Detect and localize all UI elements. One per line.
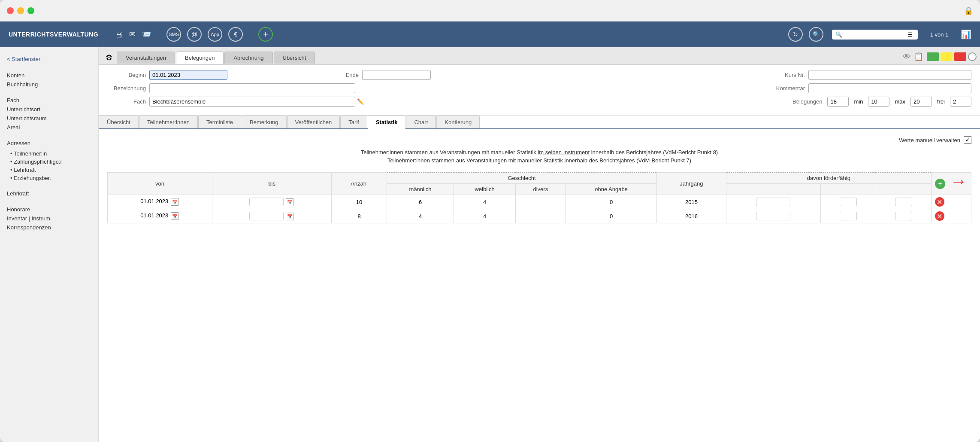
foerderfaehig-input-0[interactable] <box>756 198 790 206</box>
fach-row: ✏️ <box>149 97 364 107</box>
search-input[interactable] <box>845 31 905 38</box>
minimize-button[interactable] <box>17 7 24 14</box>
add-icon[interactable]: + <box>258 27 273 42</box>
bezeichnung-input[interactable] <box>149 83 355 93</box>
search-bar[interactable]: 🔍 ☰ <box>832 30 918 40</box>
th-weiblich: weiblich <box>454 184 515 195</box>
remove-row-button-0[interactable]: ✕ <box>935 197 944 207</box>
inner-tab-statistik[interactable]: Statistik <box>368 116 406 129</box>
tab-veranstaltungen[interactable]: Veranstaltungen <box>117 52 175 64</box>
pencil-icon[interactable]: ✏️ <box>357 98 364 105</box>
inner-tab-tarif[interactable]: Tarif <box>340 116 367 128</box>
kurs-nr-input[interactable] <box>808 70 971 80</box>
min-input[interactable] <box>868 97 889 107</box>
sidebar-item-unterrichtsraum[interactable]: Unterrichtsraum <box>7 114 91 123</box>
cell-remove-0[interactable]: ✕ <box>931 195 971 209</box>
sidebar-item-erziehungsber[interactable]: • Erziehungsber. <box>10 174 91 182</box>
stat-tbody: 01.01.2023 📅 📅 10 6 4 0 2015 ✕ 01.01.202… <box>108 195 971 223</box>
fullscreen-button[interactable] <box>27 7 34 14</box>
tab-uebersicht[interactable]: Übersicht <box>274 52 315 64</box>
status-circle <box>968 52 977 61</box>
table-row: 01.01.2023 📅 📅 8 4 4 0 2016 ✕ <box>108 209 971 223</box>
sidebar-item-adressen[interactable]: Adressen <box>7 139 91 148</box>
close-button[interactable] <box>7 7 14 14</box>
email-icon[interactable]: ✉ <box>129 30 136 39</box>
f2-input-0[interactable] <box>840 198 857 206</box>
euro-icon[interactable]: € <box>228 27 243 42</box>
th-geschlecht: Geschlecht <box>387 173 656 184</box>
at-icon[interactable]: @ <box>187 27 202 42</box>
inner-tab-chart[interactable]: Chart <box>406 116 436 128</box>
print-icon[interactable]: 🖨 <box>115 30 123 39</box>
max-input[interactable] <box>910 97 932 107</box>
tab-abrechnung[interactable]: Abrechnung <box>224 52 272 64</box>
cal-icon-bis-1[interactable]: 📅 <box>286 213 293 220</box>
settings-icon-wrap[interactable]: ⚙ <box>102 51 116 64</box>
cell-foerderfaehig-1 <box>726 209 820 223</box>
sidebar-item-lehrkraft[interactable]: Lehrkraft <box>7 189 91 198</box>
tab-belegungen[interactable]: Belegungen <box>176 52 224 64</box>
beginn-input[interactable] <box>149 70 227 80</box>
kommentar-input[interactable] <box>808 83 971 93</box>
sidebar-section-3: Adressen • Teilnehmer:in • Zahlungspflic… <box>7 139 91 182</box>
belegungen-input[interactable] <box>827 97 849 107</box>
stat-table-wrap: von bis Anzahl Geschlecht Jahrgang davon… <box>107 172 971 223</box>
f3-input-1[interactable] <box>895 212 912 220</box>
cal-icon-bis-0[interactable]: 📅 <box>286 198 293 206</box>
sms-icon[interactable]: SMS <box>166 27 181 42</box>
refresh-icon[interactable]: ↻ <box>788 27 803 42</box>
inner-tab-veroeffentlichen[interactable]: Veröffentlichen <box>287 116 340 128</box>
sidebar-item-fach[interactable]: Fach <box>7 96 91 105</box>
werte-checkbox[interactable]: ✓ <box>964 136 971 144</box>
cal-icon-von-0[interactable]: 📅 <box>171 198 178 206</box>
search-people-icon[interactable]: 🔍 <box>809 27 823 42</box>
f2-input-1[interactable] <box>840 212 857 220</box>
inner-tab-kontierung[interactable]: Kontierung <box>436 116 480 128</box>
cell-remove-1[interactable]: ✕ <box>931 209 971 223</box>
bis-input-1[interactable] <box>249 212 284 220</box>
cell-ohne-angabe-0: 0 <box>566 195 656 209</box>
foerderfaehig-input-1[interactable] <box>756 212 790 220</box>
remove-row-button-1[interactable]: ✕ <box>935 211 944 221</box>
mail-icon[interactable]: 📨 <box>142 30 151 39</box>
inner-tab-uebersicht[interactable]: Übersicht <box>99 116 139 128</box>
inner-tab-teilnehmer[interactable]: Teilnehmer:innen <box>139 116 198 128</box>
title-bar: 🔒 <box>0 0 980 21</box>
sidebar-item-unterrichtsort[interactable]: Unterrichtsort <box>7 105 91 114</box>
note-icon[interactable]: 📋 <box>914 52 923 61</box>
add-row-button[interactable]: + <box>935 179 945 189</box>
inner-tab-bemerkung[interactable]: Bemerkung <box>242 116 286 128</box>
sidebar-item-areal[interactable]: Areal <box>7 123 91 132</box>
cell-foerderfaehig-0 <box>726 195 820 209</box>
sidebar-item-lehrkraft-addr[interactable]: • Lehrkraft <box>10 166 91 174</box>
inner-tab-terminliste[interactable]: Terminliste <box>198 116 241 128</box>
lock-icon: 🔒 <box>964 6 973 15</box>
topnav: UNTERRICHTSVERWALTUNG 🖨 ✉ 📨 SMS @ App € … <box>0 21 980 47</box>
sidebar-item-buchhaltung[interactable]: Buchhaltung <box>7 80 91 89</box>
eye-icon[interactable]: 👁 <box>903 52 910 61</box>
ende-input[interactable] <box>362 70 431 80</box>
sidebar-item-honorare[interactable]: Honorare <box>7 205 91 214</box>
sidebar-item-zahlungspflichtige[interactable]: • Zahlungspflichtige:r <box>10 158 91 166</box>
sidebar-item-teilnehmer[interactable]: • Teilnehmer:in <box>10 149 91 158</box>
sidebar-section-5: Honorare Inventar | Instrum. Korresponde… <box>7 205 91 232</box>
fach-input[interactable] <box>149 97 355 107</box>
content-area: ⚙ Veranstaltungen Belegungen Abrechnung … <box>99 47 980 442</box>
sidebar-item-konten[interactable]: Konten <box>7 71 91 80</box>
bezeichnung-label: Bezeichnung <box>107 85 146 91</box>
f3-input-0[interactable] <box>895 198 912 206</box>
bis-input-0[interactable] <box>249 198 284 206</box>
frei-input[interactable] <box>950 97 971 107</box>
th-f1 <box>726 184 820 195</box>
inner-tabs: Übersicht Teilnehmer:innen Terminliste B… <box>99 116 980 129</box>
cal-icon-von-1[interactable]: 📅 <box>171 212 178 220</box>
sidebar: < Startfenster Konten Buchhaltung Fach U… <box>0 47 99 442</box>
sidebar-back[interactable]: < Startfenster <box>7 56 91 62</box>
sidebar-item-inventar[interactable]: Inventar | Instrum. <box>7 214 91 223</box>
kurs-nr-label: Kurs Nr. <box>766 72 805 78</box>
cell-maennlich-0: 6 <box>387 195 454 209</box>
cell-jahrgang-0: 2015 <box>657 195 726 209</box>
app-icon[interactable]: App <box>208 27 222 42</box>
min-label: min <box>854 98 863 105</box>
sidebar-item-korrespondenzen[interactable]: Korrespondenzen <box>7 223 91 232</box>
